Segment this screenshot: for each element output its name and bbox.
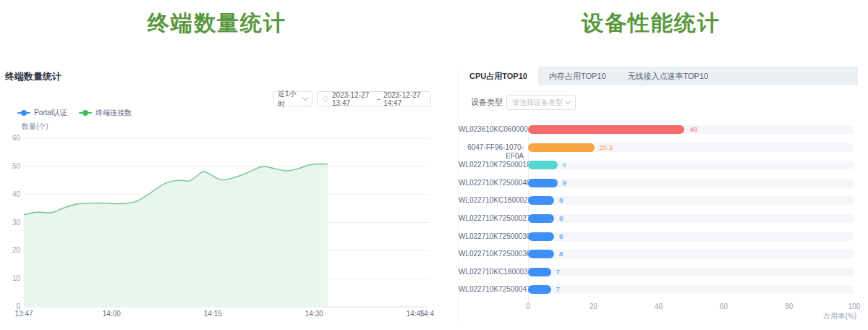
bar-value-label: 48	[689, 125, 697, 134]
bar-track	[528, 214, 854, 223]
bar-fill	[528, 125, 684, 134]
x-tick-label: 14:15	[204, 310, 222, 318]
x-tick-label: 40	[644, 302, 673, 310]
bar-value-label: 8	[559, 250, 563, 258]
bar-fill	[528, 179, 558, 187]
bar-category-label: WL022710K725000272	[459, 214, 524, 223]
bar-value-label: 20.3	[600, 143, 613, 152]
bar-category-label: WL022710K725000470	[459, 285, 524, 294]
bar-track	[528, 179, 854, 187]
bar-track	[528, 232, 854, 241]
y-tick-label: 60	[12, 134, 21, 142]
date-separator: -	[378, 95, 380, 103]
cpu-top10-bar-chart: WL023610KC06000043486047-FF96-1070-EF0A2…	[459, 67, 858, 321]
bar-category-label: 6047-FF96-1070-EF0A	[459, 143, 524, 161]
x-tick-label: 14:30	[305, 310, 323, 318]
bar-track	[528, 161, 854, 169]
x-tick-label: 100	[840, 302, 868, 310]
bar-category-label: WL022710K725000409	[459, 179, 524, 187]
bar-track	[528, 268, 854, 276]
time-range-select[interactable]: 近1小时	[273, 91, 312, 106]
bar-track	[528, 250, 854, 258]
y-tick-label: 50	[12, 162, 21, 170]
bar-value-label: 7	[556, 268, 560, 276]
date-range-picker[interactable]: 2023-12-27 13:47 - 2023-12-27 14:47	[317, 91, 431, 106]
bar-track	[528, 196, 854, 205]
legend-marker-icon	[17, 112, 30, 114]
chart-legend: Portal认证 终端连接数	[17, 108, 132, 118]
bar-fill	[528, 143, 595, 152]
y-tick-label: 40	[12, 190, 21, 198]
device-perf-card: CPU占用TOP10 内存占用TOP10 无线接入点速率TOP10 设备类型 请…	[458, 67, 858, 321]
bar-fill	[528, 250, 554, 258]
bar-value-label: 8	[559, 214, 563, 223]
x-tick-label: 80	[775, 302, 804, 310]
date-end: 2023-12-27 14:47	[383, 91, 425, 107]
bar-value-label: 9	[563, 161, 566, 169]
x-tick-label: 20	[579, 302, 608, 310]
x-tick-label: 60	[710, 302, 739, 310]
bar-fill	[528, 214, 554, 223]
bar-category-label: WL022710KC18000372	[459, 268, 524, 276]
bar-track	[528, 285, 854, 294]
bar-value-label: 8	[559, 232, 563, 241]
bar-value-label: 8	[559, 196, 563, 205]
bar-fill	[528, 268, 551, 276]
bar-fill	[528, 196, 554, 205]
terminal-stats-panel: 终端数量统计 终端数量统计 近1小时 2023-12-27 13:47 - 20…	[0, 0, 434, 330]
y-tick-label: 10	[12, 274, 21, 282]
device-perf-panel: 设备性能统计 CPU占用TOP10 内存占用TOP10 无线接入点速率TOP10…	[434, 0, 868, 330]
chevron-down-icon	[302, 95, 308, 101]
clock-icon	[323, 95, 328, 103]
legend-marker-icon	[79, 112, 92, 114]
bar-fill	[528, 161, 558, 169]
page-title-terminal: 终端数量统计	[0, 9, 434, 38]
x-tick-label: 14:47	[420, 310, 434, 318]
legend-label: 终端连接数	[95, 108, 132, 118]
legend-item-portal[interactable]: Portal认证	[17, 108, 67, 118]
y-tick-label: 20	[12, 246, 21, 254]
section-title-terminal: 终端数量统计	[5, 70, 61, 83]
legend-item-connections[interactable]: 终端连接数	[79, 108, 132, 118]
legend-label: Portal认证	[34, 108, 67, 118]
date-start: 2023-12-27 13:47	[332, 91, 374, 107]
bar-category-label: WL022710K725000369	[459, 250, 524, 258]
bar-category-label: WL023610KC06000043	[459, 125, 524, 134]
terminal-count-area-chart: 010203040506013:4714:0014:1514:3014:4514…	[0, 130, 434, 330]
time-range-value: 近1小时	[278, 89, 303, 109]
x-tick-label: 0	[514, 302, 542, 310]
series-area	[24, 164, 328, 307]
bar-fill	[528, 285, 551, 294]
page-title-device: 设备性能统计	[434, 9, 868, 38]
bar-fill	[528, 232, 554, 241]
bar-value-label: 9	[563, 179, 566, 187]
x-tick-label: 13:47	[14, 310, 33, 318]
bar-category-label: WL022710K725000102	[459, 161, 524, 169]
bar-value-label: 7	[556, 285, 560, 294]
bar-category-label: WL022710K725000307	[459, 232, 524, 241]
y-tick-label: 30	[12, 219, 21, 227]
x-axis-title: 占用率(%)	[823, 311, 856, 321]
bar-category-label: WL022710KC18000280	[459, 196, 524, 205]
x-tick-label: 14:00	[103, 310, 121, 318]
